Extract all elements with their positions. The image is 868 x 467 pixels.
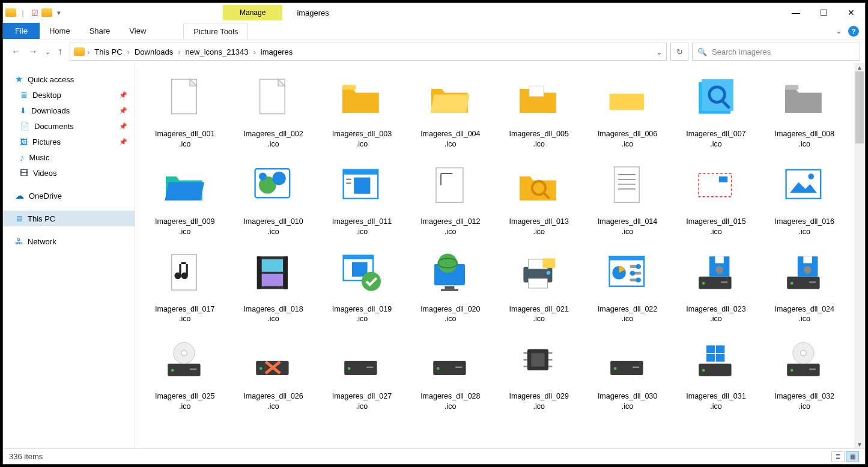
sidebar-item-this-pc[interactable]: 🖥This PC xyxy=(3,211,135,226)
refresh-button[interactable]: ↻ xyxy=(670,43,688,61)
svg-point-63 xyxy=(636,277,640,282)
up-button[interactable]: ↑ xyxy=(58,46,62,57)
properties-icon[interactable]: ☑ xyxy=(29,7,40,18)
close-button[interactable]: ✕ xyxy=(837,3,865,22)
file-item[interactable]: Imageres_dll_016.ico xyxy=(761,157,848,240)
pin-icon: 📌 xyxy=(119,138,127,146)
breadcrumb[interactable]: This PC xyxy=(92,46,124,58)
file-item[interactable]: Imageres_dll_008.ico xyxy=(761,69,848,152)
file-item[interactable]: Imageres_dll_002.ico xyxy=(229,69,317,152)
file-item[interactable]: Imageres_dll_023.ico xyxy=(672,244,759,327)
sidebar-item-quick-access[interactable]: ★Quick access xyxy=(3,71,135,87)
file-item[interactable]: Imageres_dll_005.ico xyxy=(496,69,583,152)
scroll-up-icon[interactable]: ▲ xyxy=(854,63,865,71)
file-item[interactable]: Imageres_dll_031.ico xyxy=(672,331,759,414)
sidebar-item-label: This PC xyxy=(28,214,55,223)
tab-home[interactable]: Home xyxy=(40,23,80,39)
file-item[interactable]: Imageres_dll_022.ico xyxy=(584,244,671,327)
file-item[interactable]: Imageres_dll_012.ico xyxy=(407,157,494,240)
file-grid[interactable]: Imageres_dll_001.icoImageres_dll_002.ico… xyxy=(135,63,854,448)
chevron-right-icon[interactable]: › xyxy=(86,47,91,56)
file-label: Imageres_dll_012.ico xyxy=(420,217,480,237)
file-item[interactable]: Imageres_dll_017.ico xyxy=(141,244,228,327)
file-item[interactable]: Imageres_dll_024.ico xyxy=(761,244,848,327)
sidebar-item-desktop[interactable]: 🖥Desktop📌 xyxy=(3,87,135,103)
network-globe-icon xyxy=(246,159,300,213)
svg-rect-32 xyxy=(719,176,727,182)
svg-rect-56 xyxy=(609,256,644,260)
scrollbar[interactable]: ▲ ▼ xyxy=(854,63,865,448)
sidebar-item-downloads[interactable]: ⬇Downloads📌 xyxy=(3,103,135,118)
contextual-tab-manage[interactable]: Manage xyxy=(223,5,282,20)
sidebar-item-pictures[interactable]: 🖼Pictures📌 xyxy=(3,134,135,149)
chevron-right-icon[interactable]: › xyxy=(252,47,256,56)
file-item[interactable]: Imageres_dll_006.ico xyxy=(584,69,671,152)
file-item[interactable]: Imageres_dll_015.ico xyxy=(672,157,759,240)
tab-share[interactable]: Share xyxy=(80,23,120,39)
file-item[interactable]: Imageres_dll_010.ico xyxy=(229,157,317,240)
file-item[interactable]: Imageres_dll_013.ico xyxy=(496,157,583,240)
address-bar[interactable]: › This PC › Downloads › new_icons_21343 … xyxy=(70,43,667,61)
scroll-down-icon[interactable]: ▼ xyxy=(854,440,865,448)
file-item[interactable]: Imageres_dll_025.ico xyxy=(141,331,228,414)
tab-file[interactable]: File xyxy=(3,23,40,39)
file-item[interactable]: Imageres_dll_030.ico xyxy=(584,331,671,414)
sidebar-item-network[interactable]: 🖧Network xyxy=(3,234,135,249)
file-label: Imageres_dll_020.ico xyxy=(420,304,480,325)
breadcrumb[interactable]: Downloads xyxy=(132,46,175,58)
file-item[interactable]: Imageres_dll_019.ico xyxy=(318,244,405,327)
sidebar-item-documents[interactable]: 📄Documents📌 xyxy=(3,118,135,134)
breadcrumb[interactable]: imageres xyxy=(258,46,295,58)
svg-point-77 xyxy=(171,369,174,372)
scroll-thumb[interactable] xyxy=(855,71,864,143)
ribbon-expand-icon[interactable]: ⌄ xyxy=(836,26,842,35)
svg-point-80 xyxy=(181,351,187,357)
svg-point-65 xyxy=(702,282,705,285)
file-item[interactable]: Imageres_dll_020.ico xyxy=(407,244,494,327)
tab-picture-tools[interactable]: Picture Tools xyxy=(183,23,248,40)
file-item[interactable]: Imageres_dll_014.ico xyxy=(584,157,671,240)
blank-file-icon xyxy=(158,71,212,125)
folder-gray-icon xyxy=(777,71,831,125)
maximize-button[interactable]: ☐ xyxy=(810,3,837,22)
recent-dropdown-icon[interactable]: ⌄ xyxy=(45,48,50,56)
file-item[interactable]: Imageres_dll_018.ico xyxy=(229,244,317,327)
sidebar-item-onedrive[interactable]: ☁OneDrive xyxy=(3,188,135,203)
svg-rect-99 xyxy=(633,367,639,368)
chevron-right-icon[interactable]: › xyxy=(177,47,181,56)
svg-rect-33 xyxy=(786,170,821,199)
file-item[interactable]: Imageres_dll_032.ico xyxy=(761,331,848,414)
file-item[interactable]: Imageres_dll_003.ico xyxy=(318,69,405,152)
file-item[interactable]: Imageres_dll_004.ico xyxy=(407,69,494,152)
details-view-button[interactable]: ≣ xyxy=(831,451,845,462)
addr-dropdown-icon[interactable]: ⌄ xyxy=(656,47,663,56)
chip-icon xyxy=(512,334,566,388)
file-item[interactable]: Imageres_dll_028.ico xyxy=(407,331,494,414)
breadcrumb[interactable]: new_icons_21343 xyxy=(183,46,251,58)
file-item[interactable]: Imageres_dll_026.ico xyxy=(229,331,317,414)
svg-rect-47 xyxy=(441,289,458,291)
file-item[interactable]: Imageres_dll_021.ico xyxy=(496,244,583,327)
cd-drive-icon xyxy=(158,334,212,388)
file-item[interactable]: Imageres_dll_007.ico xyxy=(672,69,759,152)
file-label: Imageres_dll_028.ico xyxy=(420,391,480,412)
back-button[interactable]: ← xyxy=(11,46,21,57)
chevron-right-icon[interactable]: › xyxy=(126,47,131,56)
icons-view-button[interactable]: ▦ xyxy=(846,451,859,462)
file-item[interactable]: Imageres_dll_029.ico xyxy=(496,331,583,414)
file-item[interactable]: Imageres_dll_009.ico xyxy=(141,157,228,240)
sidebar-item-videos[interactable]: 🎞Videos xyxy=(3,165,135,181)
documents-icon: 📄 xyxy=(20,122,29,131)
printer-icon xyxy=(512,247,566,301)
file-label: Imageres_dll_031.ico xyxy=(686,391,745,412)
sidebar-item-music[interactable]: ♪Music xyxy=(3,149,135,165)
minimize-button[interactable]: — xyxy=(782,3,810,22)
search-input[interactable]: 🔍 Search imageres xyxy=(692,43,860,61)
forward-button[interactable]: → xyxy=(28,46,38,57)
tab-view[interactable]: View xyxy=(120,23,156,39)
file-item[interactable]: Imageres_dll_001.ico xyxy=(141,69,228,152)
file-item[interactable]: Imageres_dll_011.ico xyxy=(318,157,405,240)
help-icon[interactable]: ? xyxy=(848,26,859,37)
qat-dropdown-icon[interactable]: ▾ xyxy=(53,7,64,18)
file-item[interactable]: Imageres_dll_027.ico xyxy=(318,331,405,414)
